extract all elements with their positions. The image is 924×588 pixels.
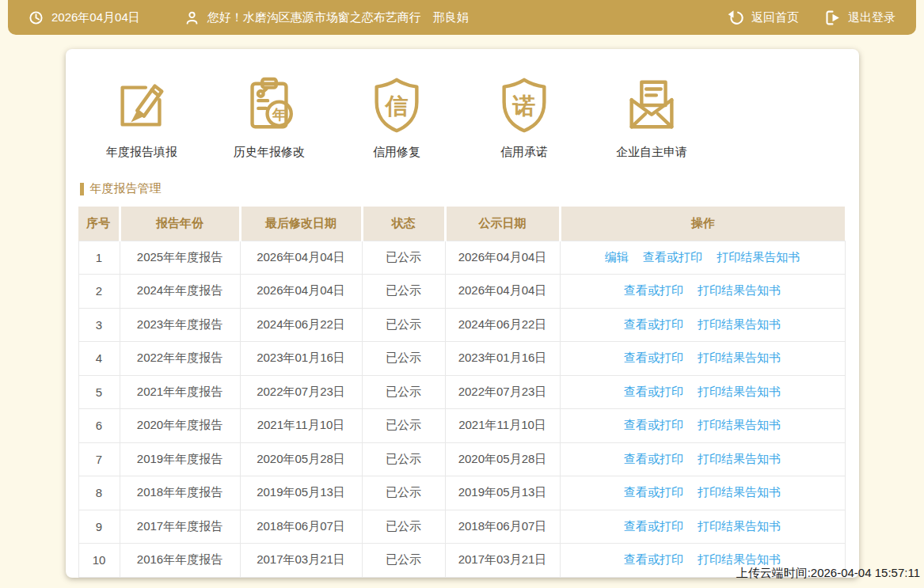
cell-index: 2 <box>78 275 120 309</box>
action-print-notice[interactable]: 打印结果告知书 <box>698 351 781 364</box>
cell-status: 已公示 <box>362 409 445 443</box>
menu-label: 年度报告填报 <box>106 145 177 160</box>
action-view-print[interactable]: 查看或打印 <box>624 485 683 499</box>
action-view-print[interactable]: 查看或打印 <box>624 351 683 364</box>
cell-modified: 2021年11月10日 <box>240 409 362 443</box>
action-edit[interactable]: 编辑 <box>605 250 629 264</box>
action-print-notice[interactable]: 打印结果告知书 <box>698 452 781 465</box>
action-view-print[interactable]: 查看或打印 <box>624 418 683 431</box>
action-view-print[interactable]: 查看或打印 <box>624 385 683 398</box>
table-header: 序号 报告年份 最后修改日期 状态 公示日期 操作 <box>78 207 845 241</box>
main-card: 年度报告填报 年 历史年报修改 信 <box>66 49 859 578</box>
logout-icon <box>824 9 841 26</box>
action-print-notice[interactable]: 打印结果告知书 <box>698 552 781 566</box>
action-view-print[interactable]: 查看或打印 <box>624 283 683 297</box>
col-status: 状态 <box>362 207 445 241</box>
table-row: 6 2020年年度报告 2021年11月10日 已公示 2021年11月10日 … <box>78 409 845 443</box>
cell-status: 已公示 <box>362 241 445 275</box>
current-date: 2026年04月04日 <box>51 10 140 25</box>
action-print-notice[interactable]: 打印结果告知书 <box>698 519 781 533</box>
table-row: 7 2019年年度报告 2020年05月28日 已公示 2020年05月28日 … <box>78 442 845 476</box>
cell-modified: 2018年06月07日 <box>240 510 362 544</box>
return-home-label: 返回首页 <box>751 10 799 25</box>
table-row: 5 2021年年度报告 2022年07月23日 已公示 2022年07月23日 … <box>78 375 845 409</box>
action-print-notice[interactable]: 打印结果告知书 <box>698 317 781 331</box>
menu-label: 历史年报修改 <box>234 145 305 160</box>
menu-item-credit-repair[interactable]: 信 信用修复 <box>333 74 461 160</box>
cell-actions: 查看或打印 打印结果告知书 <box>560 308 845 342</box>
action-print-notice[interactable]: 打印结果告知书 <box>698 283 781 297</box>
cell-year: 2025年年度报告 <box>120 241 240 275</box>
return-home-button[interactable]: 返回首页 <box>728 9 799 26</box>
shield-nuo-icon: 诺 <box>493 74 555 136</box>
cell-modified: 2026年04月04日 <box>240 275 362 309</box>
year-badge-text: 年 <box>272 107 287 123</box>
menu-label: 信用承诺 <box>500 145 548 160</box>
cell-actions: 查看或打印 打印结果告知书 <box>560 342 845 376</box>
shield-glyph-text: 信 <box>384 93 408 119</box>
cell-status: 已公示 <box>362 308 445 342</box>
action-view-print[interactable]: 查看或打印 <box>643 250 702 264</box>
cell-actions: 查看或打印 打印结果告知书 <box>560 510 845 544</box>
cell-year: 2024年年度报告 <box>120 275 240 309</box>
cell-published: 2018年06月07日 <box>445 510 560 544</box>
table-row: 3 2023年年度报告 2024年06月22日 已公示 2024年06月22日 … <box>78 308 845 342</box>
cell-published: 2024年06月22日 <box>445 308 560 342</box>
cell-actions: 编辑 查看或打印 打印结果告知书 <box>560 241 845 275</box>
cell-actions: 查看或打印 打印结果告知书 <box>560 375 845 409</box>
action-print-notice[interactable]: 打印结果告知书 <box>698 418 781 431</box>
annual-report-table: 序号 报告年份 最后修改日期 状态 公示日期 操作 1 2025年年度报告 20… <box>78 207 846 578</box>
action-view-print[interactable]: 查看或打印 <box>624 452 683 465</box>
cell-modified: 2024年06月22日 <box>240 308 362 342</box>
section-marker <box>80 183 84 195</box>
section-head: 年度报告管理 <box>80 181 846 196</box>
menu-item-credit-commitment[interactable]: 诺 信用承诺 <box>461 74 588 160</box>
action-print-notice[interactable]: 打印结果告知书 <box>717 250 800 264</box>
logout-button[interactable]: 退出登录 <box>824 9 895 26</box>
cell-year: 2016年年度报告 <box>120 544 240 578</box>
table-row: 2 2024年年度报告 2026年04月04日 已公示 2026年04月04日 … <box>78 275 845 309</box>
cell-index: 7 <box>78 442 120 476</box>
logout-label: 退出登录 <box>848 10 895 25</box>
section-title: 年度报告管理 <box>90 181 162 196</box>
col-publish-date: 公示日期 <box>445 207 560 241</box>
upload-cloud-time: 上传云端时间:2026-04-04 15:57:11 <box>736 566 920 581</box>
cell-index: 4 <box>78 342 120 376</box>
action-view-print[interactable]: 查看或打印 <box>624 552 683 566</box>
cell-modified: 2022年07月23日 <box>240 375 362 409</box>
cell-year: 2022年年度报告 <box>120 342 240 376</box>
cell-published: 2020年05月28日 <box>445 442 560 476</box>
menu-item-history-report-edit[interactable]: 年 历史年报修改 <box>206 74 333 160</box>
user-icon <box>184 10 200 25</box>
action-view-print[interactable]: 查看或打印 <box>624 317 683 331</box>
table-row: 10 2016年年度报告 2017年03月21日 已公示 2017年03月21日… <box>78 544 845 578</box>
cell-published: 2026年04月04日 <box>445 241 560 275</box>
envelope-icon <box>621 74 683 136</box>
action-print-notice[interactable]: 打印结果告知书 <box>698 385 781 398</box>
icon-menu: 年度报告填报 年 历史年报修改 信 <box>78 74 846 160</box>
cell-index: 9 <box>78 510 120 544</box>
cell-status: 已公示 <box>362 476 445 510</box>
shield-xin-icon: 信 <box>366 74 428 136</box>
menu-item-annual-report-fill[interactable]: 年度报告填报 <box>78 74 206 160</box>
cell-index: 5 <box>78 375 120 409</box>
cell-status: 已公示 <box>362 544 445 578</box>
cell-year: 2023年年度报告 <box>120 308 240 342</box>
col-index: 序号 <box>78 207 120 241</box>
cell-actions: 查看或打印 打印结果告知书 <box>560 409 845 443</box>
topbar-actions: 返回首页 退出登录 <box>728 9 895 26</box>
edit-icon <box>111 74 173 136</box>
cell-modified: 2019年05月13日 <box>240 476 362 510</box>
cell-status: 已公示 <box>362 275 445 309</box>
table-row: 8 2018年年度报告 2019年05月13日 已公示 2019年05月13日 … <box>78 476 845 510</box>
cell-year: 2020年年度报告 <box>120 409 240 443</box>
action-print-notice[interactable]: 打印结果告知书 <box>698 485 781 499</box>
cell-year: 2017年年度报告 <box>120 510 240 544</box>
cell-status: 已公示 <box>362 375 445 409</box>
cell-modified: 2020年05月28日 <box>240 442 362 476</box>
menu-item-enterprise-self-apply[interactable]: 企业自主申请 <box>588 74 716 160</box>
col-last-modified: 最后修改日期 <box>240 207 362 241</box>
action-view-print[interactable]: 查看或打印 <box>624 519 683 533</box>
cell-index: 1 <box>78 241 120 275</box>
top-bar: 2026年04月04日 您好！水磨沟区惠源市场窗之恋布艺商行 邢良娟 返回首页 <box>8 0 916 35</box>
